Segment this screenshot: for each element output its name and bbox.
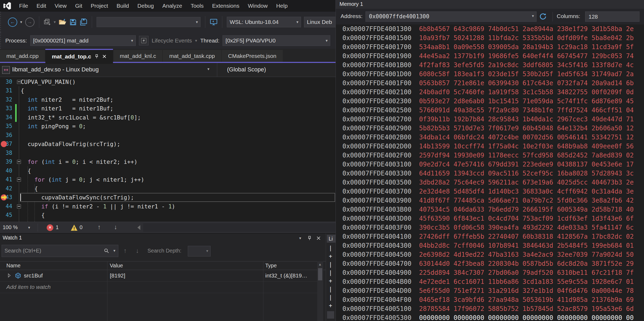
search-next-arrow-icon[interactable]: ↓ <box>136 247 139 254</box>
code-line-31: 31{ <box>0 86 336 95</box>
menu-analyze[interactable]: Analyze <box>158 0 186 12</box>
search-options-caret[interactable]: ▾ <box>113 248 115 253</box>
next-issue-arrow-icon[interactable]: ↓ <box>114 223 117 231</box>
search-prev-arrow-icon[interactable]: ↑ <box>124 247 127 254</box>
code-text: if (i != niter2 - 1 || j != niter1 - 1) <box>21 202 175 211</box>
memory-row: 0x00007FFDE4002D00 14b13599 10ccff74 1f7… <box>336 142 644 151</box>
window-menu-caret[interactable]: ▾ <box>299 236 301 241</box>
memory-hex-view[interactable]: 0x00007FFDE4001300 6b8b4567 643c9869 74b… <box>336 24 644 321</box>
tab-mat_add.cpp[interactable]: mat_add.cpp <box>0 50 45 62</box>
code-token <box>21 123 28 130</box>
search-depth-dropdown[interactable]: ▾ <box>188 246 211 256</box>
watch-scrollbar[interactable]: ▲ <box>317 261 323 321</box>
navigate-back-button[interactable]: ← <box>8 18 17 27</box>
save-button[interactable] <box>69 19 77 26</box>
memory-address: 0x00007FFDE4004B00 <box>342 278 411 285</box>
memory-row: 0x00007FFDE4004100 27426dff 67ffeb5b 227… <box>336 232 644 241</box>
scrollbar-thumb[interactable] <box>318 268 322 280</box>
pin-icon[interactable] <box>307 236 312 242</box>
error-count[interactable]: 1 <box>56 224 59 230</box>
new-item-dropdown[interactable]: ▾ <box>54 20 56 24</box>
close-icon[interactable] <box>102 54 107 59</box>
address-dropdown-caret[interactable]: ▾ <box>532 14 534 18</box>
wsl-target-dropdown[interactable]: WSL: Ubuntu-18.04▾ <box>227 17 301 27</box>
new-item-button[interactable] <box>44 19 51 26</box>
tab-mat_add_knl.c[interactable]: mat_add_knl.c <box>114 50 163 62</box>
menu-tools[interactable]: Tools <box>186 0 208 12</box>
column-header-name[interactable]: Name <box>6 263 20 269</box>
memory-row: 0x00007FFDE4004500 2e6398d2 4d19ed22 47b… <box>336 250 644 259</box>
column-header-value[interactable]: Value <box>110 263 123 269</box>
code-token: ( <box>38 159 45 165</box>
memory-row: 0x00007FFDE4001500 10a93fb7 50241288 11b… <box>336 33 644 42</box>
error-icon[interactable]: × <box>47 224 53 231</box>
tab-mat_add_top.c[interactable]: mat_add_top.c <box>45 49 113 63</box>
menu-build[interactable]: Build <box>112 0 133 12</box>
menu-edit[interactable]: Edit <box>32 0 50 12</box>
memory-title-bar[interactable]: Memory 1 <box>336 0 644 9</box>
expand-chevron-icon[interactable] <box>7 273 11 279</box>
fold-toggle[interactable] <box>17 204 21 208</box>
zoom-level[interactable]: 100 % <box>3 224 18 230</box>
startup-item-combo[interactable]: ▾ <box>97 17 201 27</box>
close-icon[interactable] <box>316 236 321 242</box>
code-text: cupvaDataFlowSync(srcTrig); <box>21 193 134 202</box>
scrollbar-up-arrow-icon[interactable]: ▲ <box>318 262 322 266</box>
horizontal-scrollbar[interactable] <box>143 223 336 232</box>
memory-values: 45f63590 6f843ec1 0c4cd704 753acf09 1cdf… <box>411 215 634 222</box>
warning-icon[interactable] <box>71 224 78 232</box>
columns-input[interactable]: 128 <box>585 11 639 22</box>
memory-address: 0x00007FFDE4001B00 <box>342 61 411 69</box>
save-all-button[interactable] <box>80 19 87 26</box>
column-header-type[interactable]: Type <box>265 263 277 269</box>
navigate-back-dropdown[interactable]: ▾ <box>20 20 22 24</box>
navigate-forward-button[interactable]: → <box>25 18 34 27</box>
module-dropdown[interactable]: libmat_add_dev.so - Linux Debug <box>12 66 99 73</box>
thread-dropdown[interactable]: [0x2F5] PVA0/VPU0▾ <box>223 35 330 46</box>
scope-dropdown[interactable]: (Global Scope) <box>227 66 266 73</box>
code-token: ; i < niter2; i++) <box>76 159 137 165</box>
zoom-dropdown-caret[interactable]: ▾ <box>28 225 30 230</box>
code-editor[interactable]: 2930CUPVA_VPU_MAIN()31{32 int niter2 = n… <box>0 77 336 222</box>
prev-issue-arrow-icon[interactable]: ↑ <box>98 223 101 231</box>
memory-values: 41d8f67f 774485ca 5d66ae71 0a79b7c2 5fd0… <box>411 197 634 204</box>
browser-link-icon[interactable] <box>210 19 217 26</box>
fold-toggle[interactable] <box>17 80 21 84</box>
menu-window[interactable]: Window <box>243 0 272 12</box>
columns-label: Columns: <box>557 13 580 19</box>
menu-help[interactable]: Help <box>272 0 292 12</box>
tab-mat_add_task.cpp[interactable]: mat_add_task.cpp <box>163 50 221 62</box>
pin-icon[interactable] <box>94 54 99 59</box>
menu-file[interactable]: File <box>15 0 32 12</box>
address-input[interactable]: 0x00007ffde4001300 ▾ <box>365 11 537 22</box>
module-dropdown-caret[interactable]: ▾ <box>207 67 210 71</box>
code-token: { <box>21 212 45 219</box>
open-file-button[interactable] <box>59 19 67 26</box>
tab-label: mat_add_knl.c <box>120 53 156 59</box>
fold-toggle[interactable] <box>17 160 21 164</box>
memory-panel: Memory 1 Address: 0x00007ffde4001300 ▾ C… <box>336 0 644 321</box>
debug-target-button[interactable]: Linux Deb <box>304 17 336 27</box>
lifecycle-events-dropdown[interactable]: ▾ <box>195 38 197 43</box>
watch-row[interactable]: src1Buf[8192]int32_t (&)[819… <box>0 270 317 282</box>
tab-cmakepresets.json[interactable]: CMakePresets.json <box>222 50 283 62</box>
line-number: 45 <box>0 211 12 220</box>
refresh-icon[interactable] <box>539 12 547 22</box>
process-dropdown[interactable]: [0x000002f1] mat_add▾ <box>30 35 136 46</box>
scrollbar-left-arrow-icon[interactable] <box>137 225 140 230</box>
menu-extensions[interactable]: Extensions <box>208 0 244 12</box>
watch-add-row[interactable]: Add item to watch <box>0 281 317 293</box>
menu-debug[interactable]: Debug <box>133 0 158 12</box>
memory-values: 44e45aa2 1377b1f9 19686fe5 640ef4f4 6674… <box>411 52 634 60</box>
process-label: Process: <box>5 37 27 44</box>
clipped-panel-tab[interactable]: Li <box>327 235 336 243</box>
watch-search-input[interactable]: Search (Ctrl+E) ▾ <box>2 245 118 257</box>
warning-count[interactable]: 0 <box>80 224 82 230</box>
fold-toggle[interactable] <box>17 178 21 182</box>
menu-project[interactable]: Project <box>86 0 112 12</box>
memory-address: 0x00007FFDE4005100 <box>342 305 411 313</box>
menu-view[interactable]: View <box>50 0 71 12</box>
menu-git[interactable]: Git <box>71 0 86 12</box>
lifecycle-events-icon[interactable] <box>139 36 149 45</box>
code-token: { <box>21 185 38 192</box>
